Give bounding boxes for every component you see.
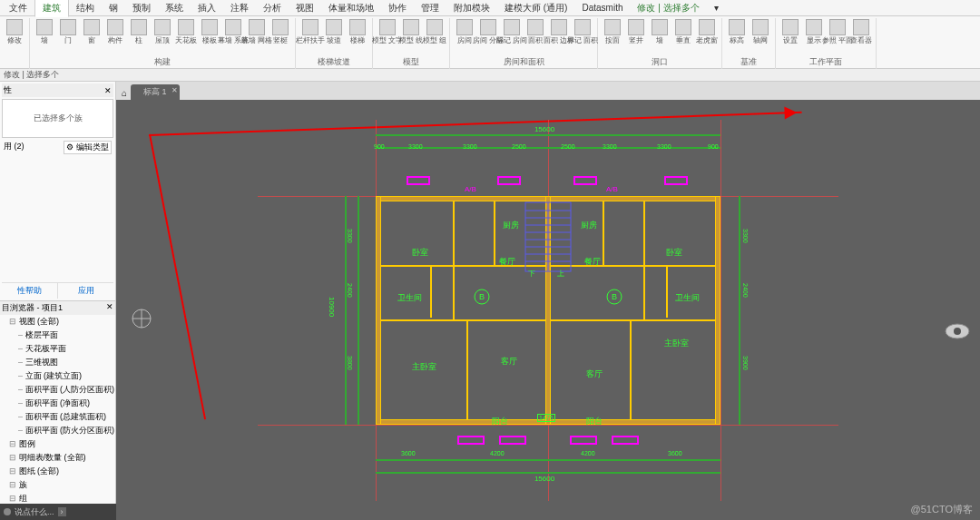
- tool-icon: [379, 19, 396, 35]
- browser-item[interactable]: 图纸 (全部): [9, 465, 115, 478]
- menu-overflow-icon[interactable]: ▾: [707, 1, 726, 15]
- menu-tab-modify[interactable]: 修改 | 选择多个: [630, 0, 706, 16]
- menu-tab-addins[interactable]: 附加模块: [446, 0, 497, 16]
- document-tab-close-icon[interactable]: ✕: [172, 86, 178, 94]
- home-tab-icon[interactable]: ⌂: [118, 86, 131, 100]
- ribbon-button-label: 竖梃: [273, 36, 288, 44]
- menu-tab-analyze[interactable]: 分析: [256, 0, 289, 16]
- browser-item[interactable]: 明细表/数量 (全部): [9, 451, 115, 465]
- ribbon-button-label: 墙: [656, 36, 663, 44]
- browser-item[interactable]: 视图 (全部): [9, 315, 115, 329]
- browser-item[interactable]: 面积平面 (防火分区面积): [9, 424, 115, 437]
- menu-tab-collab[interactable]: 协作: [381, 0, 414, 16]
- ribbon-group: 房间房间 分隔标记 房间面积面积 边界标记 面积房间和面积: [450, 18, 598, 69]
- tool-icon: [83, 19, 100, 35]
- status-hint[interactable]: 说点什么...: [15, 506, 54, 518]
- ribbon-button[interactable]: 模型 线: [400, 19, 422, 44]
- menu-tab-precast[interactable]: 预制: [125, 0, 158, 16]
- ribbon-button[interactable]: 构件: [104, 19, 126, 44]
- ribbon-button[interactable]: 修改: [4, 19, 25, 44]
- navigation-eye-icon[interactable]: [944, 322, 971, 340]
- svg-point-4: [954, 328, 961, 335]
- workspace: 性 ✕ 已选择多个族 用 (2) ⚙ 编辑类型 性帮助 应用 目浏览器 - 项目…: [0, 82, 980, 520]
- ribbon-button[interactable]: 天花板: [175, 19, 197, 44]
- ribbon-button[interactable]: 标高: [726, 19, 748, 44]
- ribbon-button[interactable]: 设置: [779, 19, 801, 44]
- ribbon-button[interactable]: 模型 组: [424, 19, 446, 44]
- ribbon-button-label: 按面: [605, 36, 620, 44]
- properties-help-link[interactable]: 性帮助: [2, 283, 58, 299]
- dim-overall-top: 15600: [534, 125, 554, 133]
- menu-tab-view[interactable]: 视图: [289, 0, 321, 16]
- ribbon-button[interactable]: 窗: [81, 19, 103, 44]
- gear-icon: ⚙: [66, 142, 74, 152]
- ribbon-button[interactable]: 按面: [602, 19, 623, 44]
- canvas-area: ⌂ 标高 1 ✕ 15600: [116, 82, 980, 520]
- browser-close-icon[interactable]: ✕: [106, 302, 113, 314]
- ribbon-button[interactable]: 墙: [649, 19, 671, 44]
- ribbon-button[interactable]: 老虎窗: [696, 19, 718, 44]
- ribbon-button[interactable]: 楼梯: [347, 19, 368, 44]
- annotation-line: [149, 134, 206, 420]
- ribbon-button-label: 垂直: [676, 36, 691, 44]
- type-selector[interactable]: 已选择多个族: [2, 99, 113, 138]
- ribbon-button[interactable]: 标记 房间: [501, 19, 523, 44]
- ribbon-button-label: 参照 平面: [822, 36, 853, 44]
- tool-icon: [403, 19, 419, 35]
- ribbon-button-label: 屋顶: [155, 36, 170, 44]
- ribbon-group: 设置显示参照 平面查看器工作平面: [776, 18, 877, 69]
- options-bar: 修改 | 选择多个: [0, 69, 980, 82]
- ribbon-button[interactable]: 标记 面积: [572, 19, 593, 44]
- ribbon: 修改墙门窗构件柱屋顶天花板楼板幕墙 系统幕墙 网格竖梃构建栏杆扶手坡道楼梯楼梯坡…: [0, 16, 980, 69]
- tool-icon: [675, 19, 691, 35]
- tool-icon: [604, 19, 621, 35]
- browser-item[interactable]: 立面 (建筑立面): [9, 369, 115, 383]
- menu-tab-struct[interactable]: 结构: [69, 0, 102, 16]
- ribbon-button[interactable]: 竖梃: [270, 19, 291, 44]
- ribbon-group: 按面竖井墙垂直老虎窗洞口: [598, 18, 722, 69]
- browser-item[interactable]: 天花板平面: [9, 342, 115, 356]
- compass-icon[interactable]: [131, 308, 152, 329]
- ribbon-button[interactable]: 参照 平面: [827, 19, 848, 44]
- ribbon-button[interactable]: 坡道: [323, 19, 345, 44]
- ribbon-button-label: 栏杆扶手: [296, 36, 325, 44]
- menu-tab-annotate[interactable]: 注释: [223, 0, 256, 16]
- menu-tab-steel[interactable]: 钢: [102, 0, 125, 16]
- browser-item[interactable]: 楼层平面: [9, 329, 115, 342]
- drawing-canvas[interactable]: 15600 900 3300 3300 2500 2500 3300 3300 …: [116, 100, 980, 520]
- browser-item[interactable]: 三维视图: [9, 356, 115, 369]
- ribbon-button-label: 修改: [7, 36, 22, 44]
- menu-tab-datasmith[interactable]: Datasmith: [574, 1, 630, 15]
- browser-item[interactable]: 面积平面 (人防分区面积): [9, 383, 115, 397]
- annotation-arrow: [149, 112, 802, 136]
- menu-tab-insert[interactable]: 插入: [191, 0, 223, 16]
- edit-type-button[interactable]: ⚙ 编辑类型: [64, 141, 112, 154]
- ribbon-button[interactable]: 屋顶: [152, 19, 173, 44]
- ribbon-button[interactable]: 柱: [128, 19, 150, 44]
- menu-tab-master[interactable]: 建模大师 (通用): [497, 0, 574, 16]
- document-tab[interactable]: 标高 1 ✕: [131, 84, 180, 100]
- browser-item[interactable]: 图例: [9, 437, 115, 451]
- ribbon-button[interactable]: 垂直: [672, 19, 694, 44]
- properties-apply-button[interactable]: 应用: [58, 283, 113, 299]
- ribbon-button-label: 构件: [108, 36, 122, 44]
- ribbon-button-label: 标高: [730, 36, 744, 44]
- ribbon-button[interactable]: 栏杆扶手: [299, 19, 321, 44]
- menu-tab-arch[interactable]: 建筑: [34, 0, 69, 17]
- properties-close-icon[interactable]: ✕: [104, 86, 112, 95]
- ribbon-button[interactable]: 查看器: [850, 19, 872, 44]
- ribbon-group: 墙门窗构件柱屋顶天花板楼板幕墙 系统幕墙 网格竖梃构建: [30, 18, 296, 69]
- ribbon-button[interactable]: 模型 文字: [377, 19, 398, 44]
- menu-tab-system[interactable]: 系统: [158, 0, 191, 16]
- browser-item[interactable]: 族: [9, 478, 115, 492]
- menu-tab-manage[interactable]: 管理: [414, 0, 446, 16]
- ribbon-button[interactable]: 竖井: [625, 19, 647, 44]
- browser-item[interactable]: 面积平面 (净面积): [9, 397, 115, 410]
- ribbon-button[interactable]: 门: [57, 19, 79, 44]
- ribbon-button[interactable]: 轴网: [750, 19, 771, 44]
- browser-item[interactable]: 面积平面 (总建筑面积): [9, 410, 115, 424]
- menu-tab-mass[interactable]: 体量和场地: [321, 0, 381, 16]
- ribbon-button[interactable]: 墙: [34, 19, 55, 44]
- ribbon-button[interactable]: 幕墙 网格: [246, 19, 268, 44]
- menu-tab-file[interactable]: 文件: [2, 0, 34, 16]
